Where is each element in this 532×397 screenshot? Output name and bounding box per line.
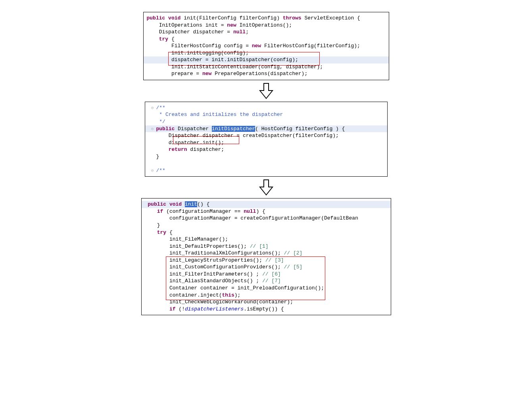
code-box-2: ⊖/** * Creates and initializes the dispa…: [145, 102, 388, 177]
code-line: [145, 160, 384, 167]
code-line: prepare = new PrepareOperations(dispatch…: [147, 70, 386, 77]
code-line: * Creates and initializes the dispatcher: [145, 111, 384, 118]
code-line: init_FilterInitParameters() ; // [6]: [145, 271, 388, 278]
code-box-1: public void init(FilterConfig filterConf…: [143, 12, 389, 80]
code-line: InitOperations init = new InitOperations…: [147, 22, 386, 29]
code-line-highlight: ⊖public Dispatcher initDispatcher( HostC…: [145, 125, 387, 133]
code-line: if (!dispatcherListeners.isEmpty()) {: [145, 306, 388, 313]
code-line: FilterHostConfig config = new FilterHost…: [147, 42, 386, 50]
code-line: init_CustomConfigurationProviders(); // …: [145, 264, 388, 271]
code-line: public void init(FilterConfig filterConf…: [147, 15, 386, 22]
code-line: container.inject(this);: [145, 292, 388, 299]
code-box-3: public void init() { if (configurationMa…: [141, 198, 391, 315]
arrow-down-icon: [258, 179, 274, 196]
code-line: Container container = init_PreloadConfig…: [145, 285, 388, 292]
code-line: init_CheckWebLogicWorkaround(container);: [145, 299, 388, 306]
code-line: ⊖/**: [145, 104, 384, 112]
code-line: if (configurationManager == null) {: [145, 208, 388, 215]
code-line: }: [145, 153, 384, 160]
code-line: init_DefaultProperties(); // [1]: [145, 243, 388, 250]
code-line-highlight: public void init() {: [142, 201, 391, 208]
code-line-highlight: dispatcher = init.initDispatcher(config)…: [144, 56, 389, 64]
code-line: }: [145, 222, 388, 229]
code-line: dispatcher.init();: [145, 139, 384, 146]
code-line: Dispatcher dispatcher = createDispatcher…: [145, 132, 384, 139]
code-line: ⊖/**: [145, 167, 384, 174]
code-line: init_TraditionalXmlConfigurations(); // …: [145, 250, 388, 257]
code-line: try {: [147, 36, 386, 43]
code-line: init.initLogging(config);: [147, 50, 386, 57]
code-line: Dispatcher dispatcher = null;: [147, 29, 386, 36]
arrow-down-icon: [258, 83, 274, 99]
code-line: try {: [145, 229, 388, 236]
code-line: */: [145, 118, 384, 125]
code-line: return dispatcher;: [145, 146, 384, 153]
code-line: init_FileManager();: [145, 236, 388, 243]
code-line: init.initStaticContentLoader(config, dis…: [147, 64, 386, 71]
code-line: init_AliasStandardObjects() ; // [7]: [145, 278, 388, 285]
code-line: configurationManager = createConfigurati…: [145, 215, 388, 222]
code-line: init_LegacyStrutsProperties(); // [3]: [145, 257, 388, 264]
